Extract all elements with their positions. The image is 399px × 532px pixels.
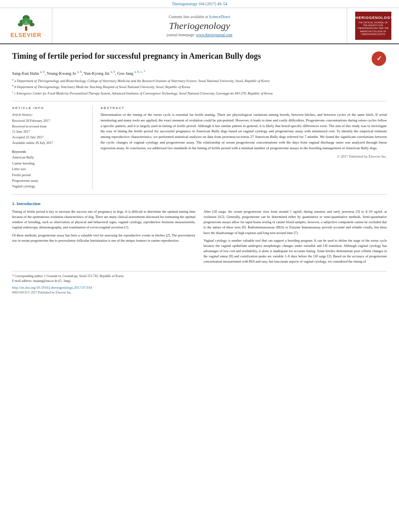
intro-para-2: Of these methods, progesterone assay has…: [12, 233, 195, 243]
corresponding-author: * Corresponding author. 1 Gwanak-ro, Gwa…: [12, 274, 387, 279]
intro-para-4: Vaginal cytology is another valuable too…: [204, 238, 387, 265]
theriogenology-badge: THERIOGENOLOGY THE OFFICIAL JOURNAL OF T…: [355, 12, 391, 40]
elsevier-tree-icon: [14, 14, 38, 32]
elsevier-brand-text: ELSEVIER: [10, 32, 41, 38]
svg-point-6: [22, 18, 31, 25]
affiliation-b: b b Department of Theriogenology, Veteri…: [12, 84, 387, 90]
abstract-col: ABSTRACT Determination of the timing of …: [101, 106, 387, 189]
article-title-row: Timing of fertile period for successful …: [12, 51, 387, 67]
accepted-date: Accepted 25 July 2017: [12, 135, 87, 140]
doi-line[interactable]: http://dx.doi.org/10.1016/j.theriogenolo…: [12, 285, 387, 291]
sciencedirect-line: Contents lists available at ScienceDirec…: [169, 15, 230, 19]
received-date: Received 28 February 2017: [12, 118, 87, 124]
keyword-1: American Bully: [12, 154, 87, 160]
email-address: E-mail address: snujang@snu.ac.kr (G. Ja…: [12, 279, 387, 283]
svg-point-4: [29, 23, 35, 26]
top-bar: Theriogenology 104 (2017) 49–54: [0, 0, 399, 8]
intro-right-col: After LH surge, the serum progesterone r…: [204, 209, 387, 267]
keyword-4: Fertile period: [12, 172, 87, 178]
article-info-abstract: ARTICLE INFO Article history: Received 2…: [12, 106, 387, 189]
article-info-col: ARTICLE INFO Article history: Received 2…: [12, 106, 93, 189]
intro-para-1: Timing of fertile period is key to incre…: [12, 209, 195, 230]
intro-two-col: Timing of fertile period is key to incre…: [12, 209, 387, 267]
received-revised-label: Received in revised form: [12, 124, 87, 129]
issn-line: 0093-691X/© 2017 Published by Elsevier I…: [12, 290, 387, 295]
main-content: Timing of fertile period for successful …: [0, 44, 399, 302]
journal-homepage-link[interactable]: www.theriojournal.com: [196, 33, 232, 37]
revised-date: 11 June 2017: [12, 129, 87, 135]
divider-1: [12, 101, 387, 101]
keyword-2: Canine breeding: [12, 160, 87, 166]
svg-point-3: [18, 23, 23, 26]
footnote-area: * Corresponding author. 1 Gwanak-ro, Gwa…: [12, 271, 387, 296]
intro-para-3: After LH surge, the serum progesterone r…: [204, 209, 387, 236]
keyword-6: Vaginal cytology: [12, 183, 87, 189]
available-date: Available online 26 July 2017: [12, 140, 87, 146]
journal-header: ELSEVIER Contents lists available at Sci…: [0, 8, 399, 44]
keywords-section: Keywords: American Bully Canine breeding…: [12, 150, 87, 189]
journal-title: Theriogenology: [169, 21, 230, 31]
journal-citation: Theriogenology 104 (2017) 49–54: [172, 2, 227, 6]
keywords-label: Keywords:: [12, 150, 87, 154]
abstract-label: ABSTRACT: [101, 106, 387, 110]
svg-text:✓: ✓: [376, 55, 382, 62]
badge-title: THERIOGENOLOGY: [353, 16, 393, 20]
abstract-text: Determination of the timing of the estru…: [101, 112, 387, 152]
sciencedirect-link[interactable]: ScienceDirect: [209, 15, 230, 19]
introduction-section: 1. Introduction Timing of fertile period…: [12, 201, 387, 267]
article-info-label: ARTICLE INFO: [12, 106, 87, 110]
keyword-3: Litter size: [12, 166, 87, 172]
badge-subtitle: THE OFFICIAL JOURNAL OF THE SOCIETY FOR …: [357, 21, 390, 36]
affiliation-c: c c Emergence Center for Food-Medicine P…: [12, 90, 387, 96]
article-title: Timing of fertile period for successful …: [12, 51, 367, 61]
journal-homepage: journal homepage: www.theriojournal.com: [167, 33, 232, 37]
keyword-5: Progesterone assay: [12, 178, 87, 183]
crossmark-circle: ✓: [372, 51, 386, 66]
intro-left-col: Timing of fertile period is key to incre…: [12, 209, 195, 267]
svg-rect-5: [25, 26, 27, 31]
intro-title: 1. Introduction: [12, 201, 387, 206]
journal-info-center: Contents lists available at ScienceDirec…: [52, 8, 347, 43]
affiliation-a: a a Department of Theriogenology and Bio…: [12, 78, 387, 84]
keywords-list: American Bully Canine breeding Litter si…: [12, 154, 87, 189]
elsevier-logo-area: ELSEVIER: [0, 8, 52, 43]
authors-line: Sang-Eun Hahn a, b, Young-Kwang Jo a, b,…: [12, 70, 387, 76]
divider-2: [12, 194, 387, 195]
journal-badge-area: THERIOGENOLOGY THE OFFICIAL JOURNAL OF T…: [347, 8, 399, 43]
crossmark-badge: ✓: [371, 51, 387, 67]
copyright-line: © 2017 Published by Elsevier Inc.: [101, 154, 387, 158]
article-history: Article history: Received 28 February 20…: [12, 112, 87, 146]
